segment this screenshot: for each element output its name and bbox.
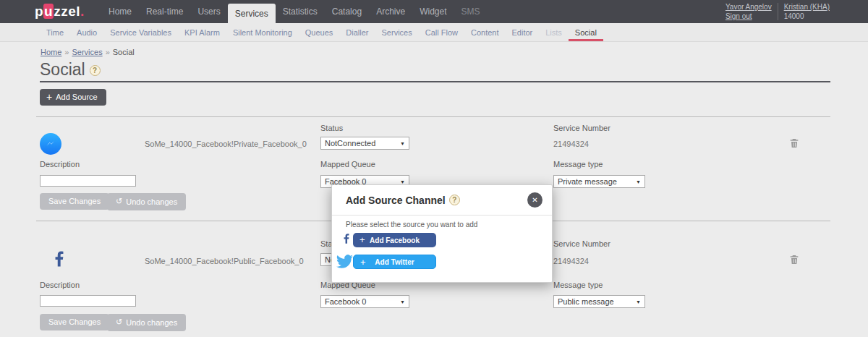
chevron-down-icon: ▼ — [400, 141, 405, 146]
plus-icon: + — [46, 93, 52, 101]
undo-icon: ↺ — [116, 317, 122, 327]
close-icon[interactable]: ✕ — [527, 192, 542, 208]
subnav-lists[interactable]: Lists — [539, 23, 569, 41]
undo-icon: ↺ — [116, 197, 122, 206]
add-source-channel-dialog: Add Source Channel? ✕ Please select the … — [331, 184, 553, 283]
subnav-audio[interactable]: Audio — [70, 23, 103, 41]
dialog-header: Add Source Channel? ✕ — [332, 185, 552, 216]
subnav-social[interactable]: Social — [569, 23, 603, 41]
breadcrumb: Home»Services»Social — [41, 48, 135, 56]
facebook-icon — [49, 249, 69, 269]
twitter-icon — [336, 253, 353, 270]
chevron-down-icon: ▼ — [636, 179, 641, 184]
chevron-down-icon: ▼ — [636, 299, 641, 304]
nav-home[interactable]: Home — [101, 0, 139, 23]
add-facebook-button[interactable]: + Add Facebook — [353, 233, 436, 247]
message-type-select[interactable]: Public message▼ — [553, 295, 645, 308]
mapped-queue-select[interactable]: Facebook 0▼ — [320, 295, 409, 308]
undo-changes-button[interactable]: ↺Undo changes — [107, 193, 186, 210]
page-help-icon[interactable]: ? — [90, 65, 101, 76]
user-name-link[interactable]: Yavor Angelov — [726, 2, 772, 12]
dialog-title: Add Source Channel? — [346, 195, 460, 206]
facebook-messenger-icon — [40, 133, 61, 155]
breadcrumb-current: Social — [113, 48, 135, 56]
main-nav: Home Real-time Users Services Statistics… — [101, 0, 488, 23]
breadcrumb-home[interactable]: Home — [41, 48, 61, 56]
nav-services[interactable]: Services — [228, 4, 276, 23]
subnav-content[interactable]: Content — [464, 23, 506, 41]
topbar: puzzel. Home Real-time Users Services St… — [0, 0, 868, 23]
sign-out-link[interactable]: Sign out — [726, 12, 772, 21]
service-number-value: 21494324 — [553, 257, 589, 265]
save-changes-button[interactable]: Save Changes — [40, 314, 109, 330]
service-number-value: 21494324 — [553, 140, 589, 148]
description-input[interactable] — [40, 295, 136, 307]
page-title: Social? — [40, 60, 101, 80]
undo-changes-button[interactable]: ↺Undo changes — [107, 314, 186, 331]
subnav-time[interactable]: Time — [40, 23, 70, 41]
dialog-subtitle: Please select the source you want to add — [346, 221, 477, 229]
description-label: Description — [40, 281, 80, 289]
mapped-queue-label: Mapped Queue — [320, 160, 375, 168]
subnav-dialler[interactable]: Dialler — [339, 23, 375, 41]
service-number-label: Service Number — [553, 124, 610, 132]
plus-icon: + — [360, 257, 366, 268]
subnav-queues[interactable]: Queues — [299, 23, 340, 41]
logo-puzzle-piece: u — [43, 4, 54, 19]
save-changes-button[interactable]: Save Changes — [40, 193, 109, 210]
title-divider — [40, 81, 830, 82]
description-input[interactable] — [40, 175, 136, 187]
service-number-label: Service Number — [553, 239, 610, 248]
subnav-service-variables[interactable]: Service Variables — [103, 23, 178, 41]
nav-real-time[interactable]: Real-time — [139, 0, 190, 23]
add-source-button[interactable]: + Add Source — [40, 89, 106, 106]
subnav-call-flow[interactable]: Call Flow — [419, 23, 464, 41]
add-twitter-button[interactable]: + Add Twitter — [353, 255, 436, 269]
description-label: Description — [40, 160, 80, 168]
user-box: Yavor Angelov Sign out Kristian (KHA) 14… — [720, 2, 835, 21]
chevron-down-icon: ▼ — [400, 179, 405, 184]
account-number: 14000 — [784, 12, 804, 20]
puzzel-logo: puzzel. — [35, 4, 85, 20]
nav-widget[interactable]: Widget — [412, 0, 454, 23]
nav-archive[interactable]: Archive — [369, 0, 412, 23]
chevron-down-icon: ▼ — [400, 299, 405, 304]
nav-users[interactable]: Users — [190, 0, 227, 23]
status-select[interactable]: NotConnected▼ — [320, 137, 409, 150]
services-subnav: Time Audio Service Variables KPI Alarm S… — [0, 23, 868, 42]
subnav-editor[interactable]: Editor — [505, 23, 539, 41]
message-type-label: Message type — [553, 160, 603, 168]
delete-source-icon[interactable] — [788, 137, 800, 150]
source-name: SoMe_14000_Facebook!Private_Facebook_0 — [145, 140, 307, 148]
nav-catalog[interactable]: Catalog — [325, 0, 369, 23]
message-type-label: Message type — [553, 281, 603, 289]
nav-statistics[interactable]: Statistics — [276, 0, 325, 23]
dialog-help-icon[interactable]: ? — [449, 195, 460, 205]
plus-icon: + — [359, 234, 365, 245]
subnav-kpi-alarm[interactable]: KPI Alarm — [178, 23, 226, 41]
breadcrumb-services[interactable]: Services — [72, 48, 102, 56]
account-link[interactable]: Kristian (KHA) — [784, 2, 830, 12]
subnav-silent-monitoring[interactable]: Silent Monitoring — [226, 23, 299, 41]
facebook-icon — [340, 232, 353, 245]
subnav-services[interactable]: Services — [375, 23, 419, 41]
status-label: Status — [320, 124, 343, 132]
section-divider — [36, 116, 830, 117]
delete-source-icon[interactable] — [788, 253, 800, 266]
message-type-select[interactable]: Private message▼ — [553, 175, 645, 188]
source-name: SoMe_14000_Facebook!Public_Facebook_0 — [145, 257, 304, 265]
nav-sms[interactable]: SMS — [454, 0, 488, 23]
